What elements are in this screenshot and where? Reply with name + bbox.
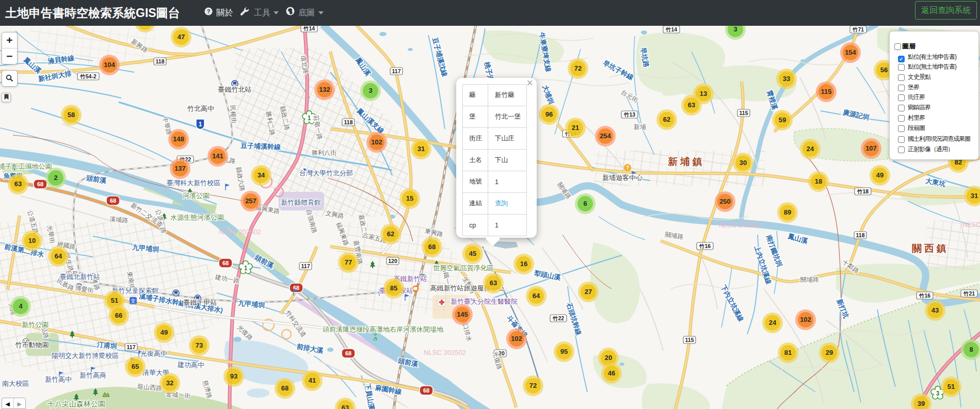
svg-text:115: 115 xyxy=(685,337,694,343)
svg-text:新竹縣體育館: 新竹縣體育館 xyxy=(281,199,321,206)
svg-text:NLSC 202502: NLSC 202502 xyxy=(719,221,761,229)
svg-text:68: 68 xyxy=(222,260,229,266)
svg-text:關西鎮: 關西鎮 xyxy=(912,243,949,254)
svg-text:68: 68 xyxy=(345,350,351,356)
svg-text:臺鐵北新竹站: 臺鐵北新竹站 xyxy=(60,273,100,281)
svg-text:68: 68 xyxy=(37,181,43,187)
svg-text:118: 118 xyxy=(856,232,865,238)
svg-text:新竹公園: 新竹公園 xyxy=(22,321,49,329)
svg-text:勝利八街: 勝利八街 xyxy=(312,149,336,156)
svg-text:新竹高商: 新竹高商 xyxy=(79,371,106,379)
svg-text:關埔路: 關埔路 xyxy=(800,276,819,283)
svg-text:頭前溪隆恩堰段高灘地右岸河濱休閒場地: 頭前溪隆恩堰段高灘地右岸河濱休閒場地 xyxy=(323,325,444,333)
svg-text:120: 120 xyxy=(388,258,397,264)
svg-text:竹14: 竹14 xyxy=(665,26,677,32)
svg-text:竹市動物園: 竹市動物園 xyxy=(15,341,49,349)
svg-text:光復高中: 光復高中 xyxy=(140,350,167,357)
svg-text:NLSC 202502: NLSC 202502 xyxy=(962,221,980,228)
svg-text:NLSC 202502: NLSC 202502 xyxy=(219,228,261,236)
svg-text:新竹高中: 新竹高中 xyxy=(45,375,72,383)
svg-text:新埔遊客中心: 新埔遊客中心 xyxy=(602,174,643,182)
svg-text:溪埔子人工濕地公園: 溪埔子人工濕地公園 xyxy=(0,162,52,170)
svg-text:?: ? xyxy=(207,8,211,14)
svg-text:118: 118 xyxy=(344,119,353,125)
svg-text:世興空氣品質淨化區: 世興空氣品質淨化區 xyxy=(433,264,494,272)
svg-text:68: 68 xyxy=(110,198,116,204)
svg-text:1: 1 xyxy=(199,121,202,128)
svg-text:竹16: 竹16 xyxy=(919,292,930,299)
svg-text:竹13: 竹13 xyxy=(623,111,635,118)
svg-text:1: 1 xyxy=(244,265,248,272)
svg-text:1: 1 xyxy=(308,114,311,122)
svg-text:台灣大學竹北分部: 台灣大學竹北分部 xyxy=(299,169,353,177)
svg-text:河濱公園: 河濱公園 xyxy=(183,192,210,200)
svg-text:十八尖山森林公園: 十八尖山森林公園 xyxy=(47,400,105,408)
svg-text:新埔鎮: 新埔鎮 xyxy=(667,156,705,167)
svg-text:臺鐵千甲站: 臺鐵千甲站 xyxy=(184,299,217,306)
svg-text:南大校區: 南大校區 xyxy=(2,380,29,387)
svg-text:臺灣科大新竹校區: 臺灣科大新竹校區 xyxy=(167,179,220,187)
svg-text:NLSC 202502: NLSC 202502 xyxy=(424,349,466,356)
svg-text:68: 68 xyxy=(423,387,429,394)
svg-text:竹14: 竹14 xyxy=(303,26,315,31)
svg-text:臺鐵竹北站: 臺鐵竹北站 xyxy=(218,86,252,93)
svg-text:竹18: 竹18 xyxy=(857,188,869,194)
svg-text:文: 文 xyxy=(131,298,136,304)
svg-text:竹22: 竹22 xyxy=(552,315,564,321)
svg-text:陽明交大新竹博愛校區: 陽明交大新竹博愛校區 xyxy=(52,352,119,359)
svg-text:117: 117 xyxy=(392,68,401,74)
svg-text:竹54-2: 竹54-2 xyxy=(79,73,97,79)
svg-text:115: 115 xyxy=(740,110,748,116)
svg-text:新埔: 新埔 xyxy=(634,123,646,130)
svg-text:建功高中: 建功高中 xyxy=(177,361,204,369)
svg-text:水源生態河濱公園: 水源生態河濱公園 xyxy=(170,214,224,221)
svg-text:117: 117 xyxy=(301,263,310,269)
svg-text:竹16: 竹16 xyxy=(699,243,711,249)
svg-text:竹21: 竹21 xyxy=(963,290,975,297)
svg-text:竹北高中: 竹北高中 xyxy=(187,105,214,112)
svg-text:117: 117 xyxy=(127,344,136,350)
svg-text:?: ? xyxy=(626,165,629,171)
svg-text:3: 3 xyxy=(936,390,940,397)
svg-text:竹71: 竹71 xyxy=(852,26,864,32)
svg-text:118: 118 xyxy=(156,58,165,64)
svg-text:豆子埔溪幹線: 豆子埔溪幹線 xyxy=(240,142,281,151)
